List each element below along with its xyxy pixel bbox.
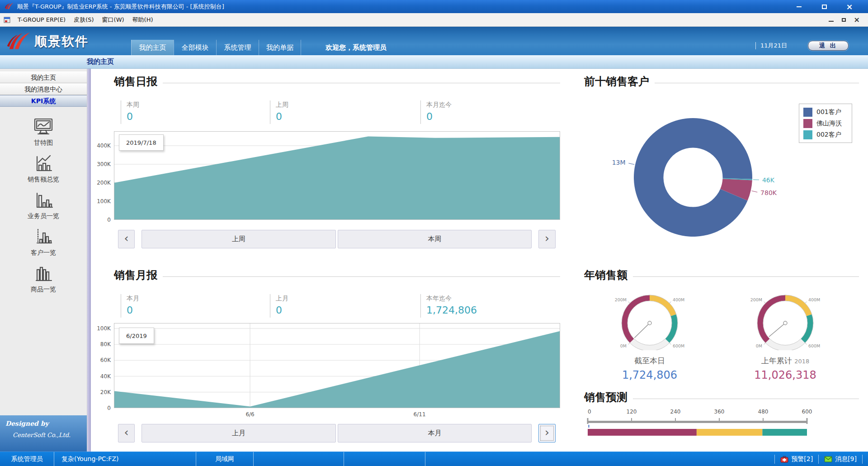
menu-item-2[interactable]: 窗口(W) (98, 15, 128, 25)
menu-item-3[interactable]: 帮助(H) (128, 15, 157, 25)
subtab-my-home[interactable]: 我的主页 (87, 55, 114, 68)
svg-text:0: 0 (107, 405, 111, 411)
svg-text:400M: 400M (808, 297, 820, 302)
sidebar-tool[interactable]: 业务员一览 (0, 191, 87, 220)
window-title: 顺景『T-GROUP』制造业ERP系统 - 东莞顺景软件科技有限公司 - [系统… (17, 3, 224, 11)
svg-text:360: 360 (714, 409, 725, 415)
header-date: 11月21日 (760, 42, 787, 50)
prev-month-button[interactable]: ‹ (118, 424, 135, 442)
status-separator (862, 455, 863, 464)
legend-item[interactable]: 001客户 (801, 106, 850, 118)
status-separator (774, 455, 775, 464)
legend-item[interactable]: 002客户 (801, 129, 850, 140)
legend-swatch (803, 130, 812, 139)
status-right: 预警[2] 消息[9] (769, 452, 868, 466)
app-logo-icon (5, 2, 14, 12)
stat-label: 本月迄今 (426, 101, 560, 109)
svg-text:0: 0 (107, 217, 111, 222)
stat-value: 0 (127, 111, 270, 122)
close-icon[interactable]: × (844, 3, 855, 11)
this-week-button[interactable]: 本周 (338, 230, 532, 248)
sidebar-tool-label: 业务员一览 (0, 212, 87, 220)
status-cell: 复杂(Young-PC:FZ) (54, 452, 196, 466)
stat-label: 本月 (127, 295, 270, 303)
header-right: 11月21日 退 出 (755, 41, 849, 51)
svg-text:200K: 200K (97, 180, 111, 186)
brand: 顺景软件 (6, 30, 89, 53)
gauge-last-year-value: 11,026,318 (742, 369, 828, 381)
svg-text:100K: 100K (97, 198, 111, 204)
title-rule (163, 276, 560, 277)
designed-by-text: Designed by (5, 420, 87, 427)
sidebar-tools: 甘特图销售额总览业务员一览客户一览商品一览 (0, 118, 87, 294)
menu-item-0[interactable]: T-GROUP ERP(E) (14, 15, 70, 25)
this-month-button[interactable]: 本月 (338, 424, 532, 442)
svg-text:240: 240 (670, 409, 681, 415)
stat: 本月0 (121, 294, 270, 318)
next-week-button[interactable]: › (538, 230, 556, 248)
legend-item[interactable]: 佛山海沃 (801, 118, 850, 129)
svg-text:120: 120 (627, 409, 637, 415)
vendor-text: CenterSoft Co.,Ltd. (13, 432, 87, 438)
gauge-today-label: 截至本日 (607, 356, 693, 366)
status-separator (818, 455, 819, 464)
sidebar-item[interactable]: 我的消息中心 (0, 83, 87, 95)
annual-sales-title: 年销售额 (584, 268, 859, 282)
header-tab[interactable]: 系统管理 (216, 40, 259, 55)
customer-overview-icon (0, 228, 87, 247)
erp-window: 顺景『T-GROUP』制造业ERP系统 - 东莞顺景软件科技有限公司 - [系统… (0, 0, 868, 466)
sidebar-tool[interactable]: 客户一览 (0, 228, 87, 257)
donut-legend: 001客户佛山海沃002客户 (799, 104, 852, 143)
mdi-restore-icon[interactable] (842, 18, 846, 22)
prev-week-button[interactable]: ‹ (118, 230, 135, 248)
legend-label: 001客户 (816, 108, 841, 116)
forecast-bullet-chart: 0120240360480600 (583, 407, 823, 440)
svg-text:600M: 600M (808, 343, 820, 348)
sidebar-tool[interactable]: 商品一览 (0, 264, 87, 294)
title-rule (655, 83, 859, 83)
sidebar-footer: Designed by CenterSoft Co.,Ltd. (0, 415, 87, 452)
sidebar-tool-label: 客户一览 (0, 249, 87, 257)
mdi-minimize-icon[interactable] (829, 16, 834, 23)
sidebar-item[interactable]: KPI系统 (0, 95, 87, 107)
sidebar-tool-label: 销售额总览 (0, 176, 87, 184)
header-tab[interactable]: 全部模块 (174, 40, 216, 55)
stat-label: 上月 (276, 295, 420, 303)
last-week-button[interactable]: 上周 (142, 230, 336, 248)
stat: 本周0 (121, 100, 270, 124)
alerts-badge[interactable]: 预警[2] (791, 455, 813, 463)
date-separator (755, 42, 756, 49)
top-customers-title: 前十销售客户 (584, 74, 859, 89)
sidebar-tool[interactable]: 甘特图 (0, 118, 87, 147)
menu-item-1[interactable]: 皮肤(S) (70, 15, 98, 25)
gauge-today-value: 1,724,806 (607, 369, 693, 381)
monthly-sales-chart: 020K40K60K80K100K6/66/11 (93, 323, 563, 422)
minimize-icon[interactable] (793, 3, 805, 11)
next-month-button[interactable]: › (538, 424, 556, 442)
sidebar-tool[interactable]: 销售额总览 (0, 154, 87, 184)
svg-text:13M: 13M (612, 159, 626, 166)
header-tab[interactable]: 我的主页 (131, 40, 174, 55)
svg-text:600M: 600M (673, 343, 684, 348)
gauge-last-year-label: 上年累计 2018 (742, 356, 828, 366)
sidebar-splitter[interactable] (87, 69, 91, 452)
header-tab[interactable]: 我的单据 (259, 40, 301, 55)
monthly-stats-row: 本月0上月0本年迄今1,724,806 (121, 294, 560, 318)
mdi-close-icon[interactable]: × (854, 15, 860, 24)
daily-chart-tooltip: 2019/7/18 (119, 134, 164, 151)
maximize-icon[interactable] (818, 3, 830, 11)
svg-text:200M: 200M (615, 297, 627, 302)
svg-text:0M: 0M (756, 343, 762, 348)
last-month-button[interactable]: 上月 (142, 424, 336, 442)
svg-text:40K: 40K (100, 373, 111, 380)
stat-value: 1,724,806 (426, 304, 560, 316)
logout-button[interactable]: 退 出 (808, 41, 849, 51)
gauge-last-year: 0M200M400M600M 上年累计 2018 11,026,318 (742, 290, 828, 381)
sidebar-item[interactable]: 我的主页 (0, 71, 87, 83)
legend-label: 002客户 (816, 131, 841, 139)
menu-items: T-GROUP ERP(E)皮肤(S)窗口(W)帮助(H) (14, 15, 157, 25)
sales-overview-icon (0, 154, 87, 174)
svg-text:100K: 100K (97, 325, 111, 332)
messages-badge[interactable]: 消息[9] (835, 455, 857, 463)
welcome-text: 欢迎您，系统管理员 (326, 40, 387, 55)
